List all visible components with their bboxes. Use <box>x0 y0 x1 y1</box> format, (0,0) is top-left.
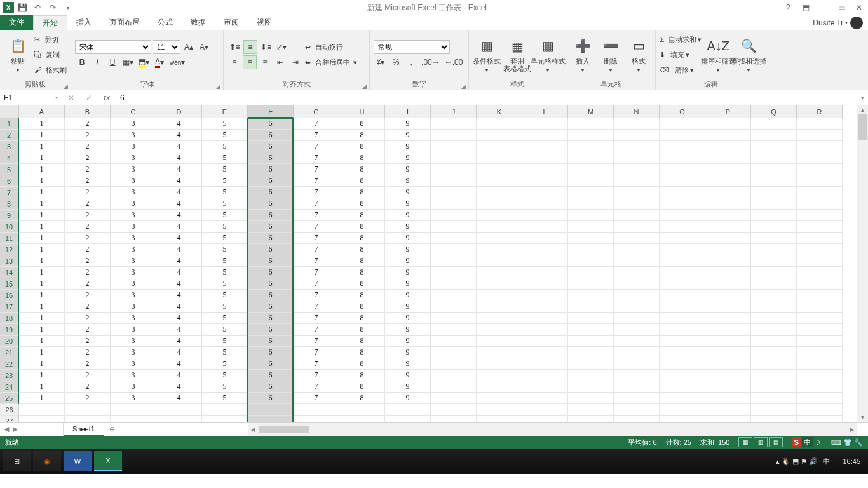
cell[interactable] <box>568 221 614 233</box>
cell[interactable] <box>705 404 751 416</box>
merge-center-button[interactable]: ⬌ 合并后居中 ▾ <box>305 55 357 69</box>
cell[interactable]: 9 <box>385 267 431 278</box>
cell[interactable] <box>568 278 614 290</box>
copy-button[interactable]: ⿻ 复制 <box>34 48 67 62</box>
column-header[interactable]: M <box>568 105 614 118</box>
cell[interactable] <box>751 393 797 404</box>
currency-icon[interactable]: ¥▾ <box>374 55 388 69</box>
cell[interactable] <box>522 255 568 267</box>
cell[interactable] <box>522 175 568 187</box>
cell[interactable] <box>797 164 843 175</box>
cell[interactable]: 7 <box>294 187 339 198</box>
cell[interactable]: 3 <box>111 267 156 278</box>
cell[interactable] <box>111 404 156 416</box>
cell[interactable]: 6 <box>248 164 294 175</box>
cell[interactable] <box>660 404 705 416</box>
row-header[interactable]: 2 <box>0 130 19 141</box>
cell[interactable]: 9 <box>385 393 431 404</box>
cell[interactable] <box>614 152 660 164</box>
autosum-button[interactable]: Σ 自动求和▾ <box>660 32 702 46</box>
cell[interactable]: 8 <box>339 164 385 175</box>
cell[interactable] <box>431 381 477 393</box>
page-layout-view-icon[interactable]: ▥ <box>754 437 768 447</box>
cell[interactable] <box>614 290 660 301</box>
sheet-nav[interactable]: ◀▶ <box>0 423 64 436</box>
number-format-select[interactable]: 常规 <box>374 40 450 54</box>
cell[interactable] <box>65 404 111 416</box>
cell[interactable]: 2 <box>65 198 111 210</box>
cell[interactable]: 2 <box>65 290 111 301</box>
cell[interactable] <box>660 267 705 278</box>
cell[interactable]: 6 <box>248 244 294 255</box>
cell[interactable] <box>705 416 751 422</box>
cell[interactable] <box>431 198 477 210</box>
cell[interactable]: 2 <box>65 233 111 244</box>
cell[interactable] <box>751 416 797 422</box>
cell[interactable] <box>797 141 843 152</box>
cell[interactable]: 7 <box>294 370 339 381</box>
cell[interactable]: 1 <box>19 381 65 393</box>
cell[interactable]: 4 <box>156 255 202 267</box>
cell[interactable] <box>660 233 705 244</box>
cell[interactable] <box>477 233 522 244</box>
italic-button[interactable]: I <box>90 55 104 69</box>
cell[interactable]: 9 <box>385 118 431 130</box>
cell[interactable] <box>797 152 843 164</box>
cells[interactable]: 1234567891234567891234567891234567891234… <box>19 118 843 422</box>
cell[interactable]: 3 <box>111 164 156 175</box>
cell[interactable]: 1 <box>19 336 65 347</box>
cell[interactable] <box>797 255 843 267</box>
cell[interactable]: 7 <box>294 164 339 175</box>
launcher-icon[interactable]: ◢ <box>216 83 220 90</box>
increase-indent-icon[interactable]: ⇥ <box>288 55 302 69</box>
cell[interactable]: 2 <box>65 370 111 381</box>
cell[interactable]: 5 <box>202 393 248 404</box>
cell[interactable]: 8 <box>339 313 385 324</box>
cell[interactable] <box>660 118 705 130</box>
firefox-icon[interactable]: ◉ <box>33 451 61 471</box>
row-header[interactable]: 4 <box>0 152 19 164</box>
cell[interactable] <box>568 255 614 267</box>
cell[interactable]: 1 <box>19 198 65 210</box>
cell[interactable] <box>705 324 751 336</box>
cell[interactable] <box>797 358 843 370</box>
cell[interactable] <box>797 130 843 141</box>
name-box[interactable]: F1▾ <box>0 90 62 105</box>
cell[interactable] <box>797 404 843 416</box>
cell[interactable] <box>568 370 614 381</box>
cell[interactable]: 2 <box>65 324 111 336</box>
cell[interactable]: 8 <box>339 210 385 221</box>
cell[interactable] <box>522 290 568 301</box>
cell[interactable]: 2 <box>65 267 111 278</box>
cell[interactable]: 4 <box>156 358 202 370</box>
taskbar-clock[interactable]: 16:45 <box>837 458 865 465</box>
cell[interactable] <box>431 313 477 324</box>
row-header[interactable]: 7 <box>0 187 19 198</box>
cell[interactable]: 2 <box>65 393 111 404</box>
cell[interactable]: 5 <box>202 301 248 313</box>
cell[interactable]: 2 <box>65 347 111 358</box>
row-header[interactable]: 17 <box>0 301 19 313</box>
cell[interactable] <box>202 416 248 422</box>
cell[interactable]: 9 <box>385 381 431 393</box>
cell[interactable] <box>705 347 751 358</box>
cell[interactable] <box>477 130 522 141</box>
horizontal-scrollbar[interactable]: ◀ ▶ <box>248 423 857 436</box>
cell[interactable] <box>431 370 477 381</box>
cell[interactable] <box>568 324 614 336</box>
cell[interactable]: 8 <box>339 141 385 152</box>
cell[interactable] <box>797 187 843 198</box>
cell[interactable] <box>751 210 797 221</box>
cell[interactable]: 4 <box>156 130 202 141</box>
cell[interactable]: 3 <box>111 393 156 404</box>
cell[interactable] <box>751 278 797 290</box>
cell[interactable] <box>522 313 568 324</box>
cell[interactable] <box>522 347 568 358</box>
cell[interactable]: 6 <box>248 152 294 164</box>
row-header[interactable]: 12 <box>0 244 19 255</box>
cell[interactable] <box>431 164 477 175</box>
cell[interactable]: 9 <box>385 198 431 210</box>
cell[interactable] <box>522 118 568 130</box>
cell[interactable] <box>797 370 843 381</box>
hscroll-thumb[interactable] <box>259 426 309 433</box>
